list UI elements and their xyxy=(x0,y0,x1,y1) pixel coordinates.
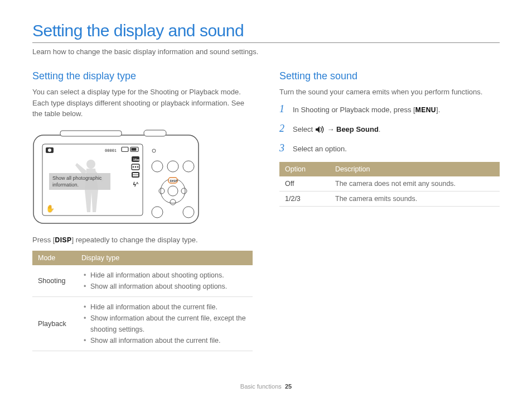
svg-rect-16 xyxy=(132,172,139,178)
displaytype-header: Display type xyxy=(76,251,253,265)
sound-heading: Setting the sound xyxy=(279,70,500,82)
page-title: Setting the display and sound xyxy=(32,21,500,43)
step-number: 1 xyxy=(279,103,287,115)
svg-rect-9 xyxy=(132,148,137,151)
mode-header: Mode xyxy=(32,251,76,265)
table-row: Playback Hide all information about the … xyxy=(32,297,253,351)
callout-line2: information. xyxy=(52,182,79,188)
left-column: Setting the display type You can select … xyxy=(32,70,253,351)
content-columns: Setting the display type You can select … xyxy=(32,70,500,351)
option-header: Option xyxy=(279,162,330,176)
svg-point-14 xyxy=(135,166,137,168)
step-number: 2 xyxy=(279,123,287,135)
list-item: Show information about the current file,… xyxy=(84,313,247,335)
beep-sound-label: Beep Sound xyxy=(336,125,379,133)
press-disp-text: Press [DISP] repeatedly to change the di… xyxy=(32,234,253,246)
svg-text:✋: ✋ xyxy=(46,204,55,213)
svg-rect-2 xyxy=(144,130,166,136)
callout-line1: Show all photographic xyxy=(52,175,102,181)
step-number: 3 xyxy=(279,142,287,154)
svg-text:00001: 00001 xyxy=(105,149,117,153)
svg-rect-18 xyxy=(133,175,138,176)
svg-text:16м: 16м xyxy=(133,158,140,161)
svg-text:A: A xyxy=(136,181,139,185)
display-type-heading: Setting the display type xyxy=(32,70,253,82)
mode-playback: Playback xyxy=(32,297,76,351)
page-footer: Basic functions 25 xyxy=(0,383,532,390)
list-item: Show all information about shooting opti… xyxy=(84,281,247,292)
disp-key-label: DISP xyxy=(55,236,71,244)
footer-section: Basic functions xyxy=(240,383,282,390)
sound-desc: Turn the sound your camera emits when yo… xyxy=(279,87,500,98)
step-2: 2 Select → Beep Sound. xyxy=(279,123,500,135)
svg-point-5 xyxy=(48,149,51,152)
display-type-desc: You can select a display type for the Sh… xyxy=(32,87,253,119)
steps-list: 1 In Shooting or Playback mode, press [M… xyxy=(279,103,500,154)
svg-rect-1 xyxy=(60,131,122,136)
mode-shooting: Shooting xyxy=(32,265,76,297)
display-type-table: Mode Display type Shooting Hide all info… xyxy=(32,251,253,351)
svg-rect-17 xyxy=(133,173,138,175)
svg-text:DISP: DISP xyxy=(170,179,178,182)
option-123-desc: The camera emits sounds. xyxy=(330,191,500,206)
list-item: Hide all information about the current f… xyxy=(84,302,247,313)
table-header-row: Mode Display type xyxy=(32,251,253,265)
page-number: 25 xyxy=(285,383,292,390)
table-row: Shooting Hide all information about shoo… xyxy=(32,265,253,297)
step-3: 3 Select an option. xyxy=(279,142,500,154)
sound-icon xyxy=(315,126,325,133)
camera-diagram: 00001 16м ϟ A ✋ Show all phot xyxy=(32,130,200,224)
arrow-icon: → xyxy=(327,125,334,133)
list-item: Hide all information about shooting opti… xyxy=(84,270,247,281)
table-header-row: Option Description xyxy=(279,162,500,176)
shooting-items: Hide all information about shooting opti… xyxy=(76,265,253,297)
playback-items: Hide all information about the current f… xyxy=(76,297,253,351)
svg-point-22 xyxy=(86,160,95,169)
option-off: Off xyxy=(279,176,330,192)
svg-point-13 xyxy=(133,166,134,168)
sound-options-table: Option Description Off The camera does n… xyxy=(279,162,500,207)
right-column: Setting the sound Turn the sound your ca… xyxy=(279,70,500,351)
list-item: Show all information about the current f… xyxy=(84,335,247,346)
svg-point-15 xyxy=(137,166,139,168)
table-row: 1/2/3 The camera emits sounds. xyxy=(279,191,500,206)
option-off-desc: The camera does not emit any sounds. xyxy=(330,176,500,192)
description-header: Description xyxy=(330,162,500,176)
menu-key-label: MENU xyxy=(415,106,436,114)
option-123: 1/2/3 xyxy=(279,191,330,206)
step-1: 1 In Shooting or Playback mode, press [M… xyxy=(279,103,500,115)
table-row: Off The camera does not emit any sounds. xyxy=(279,176,500,192)
page-intro: Learn how to change the basic display in… xyxy=(32,47,500,56)
